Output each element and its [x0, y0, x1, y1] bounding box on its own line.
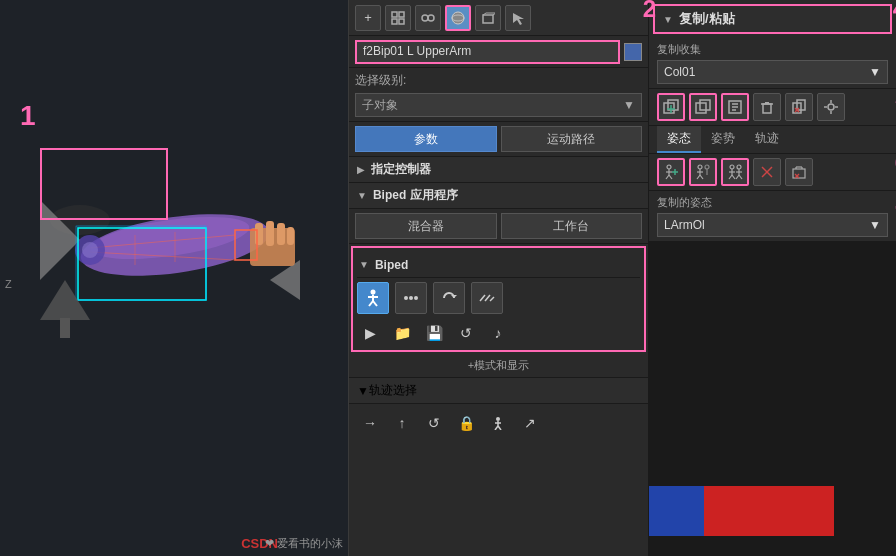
- add-btn[interactable]: +: [355, 5, 381, 31]
- svg-rect-58: [700, 100, 710, 110]
- track-person-btn[interactable]: [485, 410, 511, 436]
- name-field-row: f2Bip01 L UpperArm: [349, 36, 648, 68]
- svg-marker-35: [513, 13, 524, 25]
- dots-btn[interactable]: [395, 282, 427, 314]
- pose-bar-blue: [649, 486, 709, 536]
- settings-btn[interactable]: [817, 93, 845, 121]
- biped-header[interactable]: ▼ Biped: [357, 252, 640, 278]
- svg-line-93: [732, 175, 735, 179]
- biped-icons-row: [357, 282, 640, 314]
- figure-btn[interactable]: [357, 282, 389, 314]
- tab-pose-state[interactable]: 姿态: [657, 126, 701, 153]
- pose-delete2-btn[interactable]: [785, 158, 813, 186]
- copy-collection-section: 复制收集 Col01 ▼: [649, 38, 896, 89]
- workbench-btn[interactable]: 工作台: [501, 213, 643, 239]
- color-swatch[interactable]: [624, 43, 642, 61]
- svg-marker-44: [451, 295, 457, 298]
- pose-paste-btn[interactable]: [721, 158, 749, 186]
- biped-apps-header[interactable]: ▼ Biped 应用程序: [349, 183, 648, 209]
- selection-section: 选择级别: 子对象 ▼: [349, 68, 648, 122]
- svg-line-40: [373, 301, 377, 306]
- svg-rect-24: [392, 19, 397, 24]
- track-lock-btn[interactable]: 🔒: [453, 410, 479, 436]
- z-axis-label: Z: [5, 278, 12, 290]
- svg-point-89: [730, 165, 734, 169]
- svg-rect-22: [392, 12, 397, 17]
- pose-preview: [649, 242, 896, 556]
- svg-point-17: [82, 242, 98, 258]
- biped-arrow-icon: ▼: [359, 259, 369, 270]
- paste-btn[interactable]: [721, 93, 749, 121]
- note-btn[interactable]: ♪: [485, 320, 511, 346]
- link-btn[interactable]: [415, 5, 441, 31]
- middle-panel: + 2 f2Bip01 L UpperArm 选择级别: 子对象: [348, 0, 648, 556]
- svg-line-46: [485, 295, 490, 301]
- refresh-btn[interactable]: ↺: [453, 320, 479, 346]
- svg-point-41: [404, 296, 408, 300]
- svg-line-92: [729, 175, 732, 179]
- copied-pose-dropdown[interactable]: LArmOl ▼: [657, 213, 888, 237]
- sub-object-dropdown[interactable]: 子对象 ▼: [355, 93, 642, 117]
- track-select-header[interactable]: ▼ 轨迹选择: [349, 378, 648, 404]
- cursor-btn[interactable]: [505, 5, 531, 31]
- save-btn[interactable]: 💾: [421, 320, 447, 346]
- label-2: 2: [643, 0, 656, 23]
- sphere-btn[interactable]: [445, 5, 471, 31]
- arrow-icon2: ▼: [357, 190, 367, 201]
- track-arrow-icon: ▼: [357, 384, 369, 398]
- box-btn[interactable]: [475, 5, 501, 31]
- svg-point-29: [452, 12, 464, 24]
- svg-point-75: [667, 165, 671, 169]
- author-label: ❤ 爱看书的小沫: [265, 536, 343, 551]
- copy-paste-header[interactable]: ▼ 复制/粘贴: [653, 4, 892, 34]
- motion-path-btn[interactable]: 运动路径: [501, 126, 643, 152]
- pose-delete-btn[interactable]: [753, 158, 781, 186]
- track-icons-row: → ↑ ↺ 🔒 ↗: [349, 404, 648, 442]
- delete-btn[interactable]: [753, 93, 781, 121]
- svg-rect-9: [287, 227, 294, 245]
- param-motion-row: 参数 运动路径: [349, 122, 648, 157]
- pose-add-btn[interactable]: [657, 158, 685, 186]
- biped-icons-row2: ▶ 📁 💾 ↺ ♪: [357, 320, 640, 346]
- mix-btn[interactable]: 混合器: [355, 213, 497, 239]
- play-btn[interactable]: ▶: [357, 320, 383, 346]
- svg-line-85: [697, 175, 700, 179]
- random-btn[interactable]: [471, 282, 503, 314]
- pose-copy-btn[interactable]: [689, 158, 717, 186]
- svg-rect-53: [664, 103, 674, 113]
- track-arrow-btn[interactable]: →: [357, 410, 383, 436]
- svg-line-98: [739, 175, 742, 179]
- svg-line-78: [666, 175, 669, 179]
- svg-point-36: [371, 290, 376, 295]
- track-loop-btn[interactable]: ↺: [421, 410, 447, 436]
- svg-line-45: [480, 295, 485, 301]
- copy-icons-row: [649, 89, 896, 126]
- name-field[interactable]: f2Bip01 L UpperArm: [355, 40, 620, 64]
- svg-line-52: [498, 426, 501, 430]
- svg-point-70: [828, 104, 834, 110]
- label-4: 4: [893, 0, 896, 23]
- tab-track[interactable]: 轨迹: [745, 126, 789, 153]
- assign-controller-header[interactable]: ▶ 指定控制器: [349, 157, 648, 183]
- track-arrow2-btn[interactable]: ↗: [517, 410, 543, 436]
- copied-pose-label: 复制的姿态: [657, 195, 888, 210]
- copy-collection-dropdown[interactable]: Col01 ▼: [657, 60, 888, 84]
- svg-point-26: [422, 15, 428, 21]
- biped-apps-buttons: 混合器 工作台: [349, 209, 648, 244]
- pose-bar-red: [704, 486, 834, 536]
- loop-btn[interactable]: [433, 282, 465, 314]
- copy-btn[interactable]: [689, 93, 717, 121]
- folder-btn[interactable]: 📁: [389, 320, 415, 346]
- delete-copy-btn[interactable]: [785, 93, 813, 121]
- param-btn[interactable]: 参数: [355, 126, 497, 152]
- biped-section-box: ▼ Biped: [351, 246, 646, 352]
- selection-box-1: [40, 148, 168, 220]
- tab-pose[interactable]: 姿势: [701, 126, 745, 153]
- track-up-btn[interactable]: ↑: [389, 410, 415, 436]
- mode-display-label: +模式和显示: [349, 354, 648, 378]
- grid-btn[interactable]: [385, 5, 411, 31]
- label-1: 1: [20, 100, 36, 132]
- svg-point-42: [409, 296, 413, 300]
- svg-rect-31: [483, 15, 493, 23]
- copy-add-btn[interactable]: [657, 93, 685, 121]
